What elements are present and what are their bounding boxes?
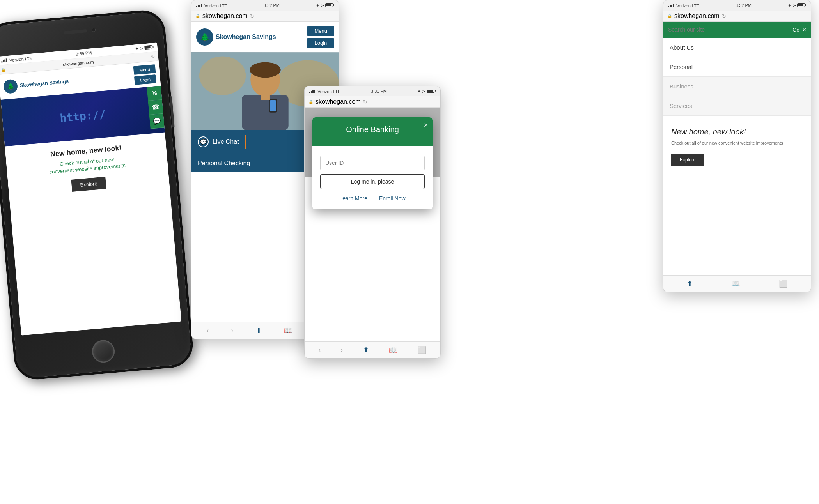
lock-icon-main: 🔒 — [1, 67, 6, 72]
urlbar-center[interactable]: 🔒 skowhegan.com ↻ — [191, 11, 339, 22]
share-icon-modal[interactable]: ⬆ — [363, 346, 369, 354]
logo-main: 🌲 Skowhegan Savings — [3, 74, 69, 94]
chat-button-main[interactable]: 💬 — [149, 114, 165, 129]
bookmarks-icon-right[interactable]: 📖 — [731, 279, 740, 288]
forward-icon-center[interactable]: › — [231, 327, 233, 334]
modal-links: Learn More Enroll Now — [320, 195, 425, 202]
explore-button-main[interactable]: Explore — [71, 177, 106, 192]
power-button — [170, 96, 175, 127]
svg-rect-8 — [261, 94, 270, 100]
signal-icon-modal — [309, 88, 315, 93]
right-content: New home, new look! Check out all of our… — [663, 116, 811, 177]
battery-main: ✦ ≻ — [135, 45, 154, 51]
battery-right: ✦ ≻ — [788, 3, 806, 8]
forward-icon-modal[interactable]: › — [341, 347, 343, 354]
logo-circle-main: 🌲 — [3, 79, 18, 94]
online-banking-modal: Online Banking × Log me in, please Learn… — [312, 117, 433, 209]
statusbar-right: Verizon LTE 3:32 PM ✦ ≻ — [663, 0, 811, 11]
time-modal: 3:31 PM — [371, 89, 387, 94]
main-phone-screen: Verizon LTE 2:55 PM ✦ ≻ 🔒 skowhegan.com … — [0, 42, 181, 335]
battery-icon-modal — [427, 89, 436, 93]
menu-item-services[interactable]: Services — [663, 96, 811, 116]
right-phone: Verizon LTE 3:32 PM ✦ ≻ 🔒 skowhegan.com … — [663, 0, 811, 292]
main-phone: Verizon LTE 2:55 PM ✦ ≻ 🔒 skowhegan.com … — [0, 9, 195, 382]
battery-icon-center — [325, 3, 334, 7]
nav-buttons-main: Menu Login — [133, 64, 157, 85]
toolbar-modal: ‹ › ⬆ 📖 ⬜ — [305, 341, 440, 358]
carrier-center: Verizon LTE — [196, 3, 227, 8]
modal-title: Online Banking — [320, 125, 425, 134]
reload-icon-center[interactable]: ↻ — [250, 13, 254, 19]
menu-item-business[interactable]: Business — [663, 77, 811, 96]
svg-point-2 — [199, 56, 246, 95]
chat-icon: 💬 — [198, 136, 209, 147]
time-main: 2:55 PM — [76, 50, 92, 57]
phone-shell-modal: Verizon LTE 3:31 PM ✦ ≻ 🔒 skowhegan.com … — [304, 86, 441, 359]
svg-rect-7 — [270, 100, 276, 111]
urlbar-modal[interactable]: 🔒 skowhegan.com ↻ — [305, 96, 440, 108]
learn-more-link[interactable]: Learn More — [339, 195, 367, 202]
user-id-input[interactable] — [320, 156, 425, 170]
lock-icon-center: 🔒 — [195, 14, 200, 18]
login-submit-button[interactable]: Log me in, please — [320, 174, 425, 189]
url-center: skowhegan.com — [202, 12, 248, 19]
logo-center: 🌲 Skowhegan Savings — [196, 28, 276, 46]
menu-button-center[interactable]: Menu — [307, 26, 334, 36]
time-right: 3:32 PM — [736, 3, 752, 8]
modal-header: Online Banking × — [312, 117, 433, 146]
login-button-center[interactable]: Login — [307, 38, 334, 48]
statusbar-center: Verizon LTE 3:32 PM ✦ ≻ — [191, 0, 339, 11]
phone-shell-right: Verizon LTE 3:32 PM ✦ ≻ 🔒 skowhegan.com … — [663, 0, 811, 292]
hero-text-main: http:// — [59, 108, 106, 124]
right-headline: New home, new look! — [671, 127, 803, 136]
rates-button-main[interactable]: % — [147, 86, 162, 101]
login-button-main[interactable]: Login — [134, 74, 156, 85]
tabs-icon-modal[interactable]: ⬜ — [418, 346, 426, 354]
carrier-right: Verizon LTE — [668, 3, 699, 8]
share-icon-right[interactable]: ⬆ — [687, 279, 693, 288]
phone-button-main[interactable]: ☎ — [148, 100, 163, 115]
livechat-label: Live Chat — [213, 138, 239, 145]
right-cta-area: Explore — [671, 154, 803, 166]
menu-item-personal[interactable]: Personal — [663, 57, 811, 77]
signal-icon-right — [668, 3, 674, 7]
bookmarks-icon-center[interactable]: 📖 — [284, 326, 292, 335]
svg-rect-5 — [242, 95, 288, 130]
url-modal: skowhegan.com — [316, 98, 361, 105]
reload-icon-main[interactable]: ↻ — [151, 53, 155, 60]
speaker — [64, 29, 87, 34]
search-input-right[interactable] — [668, 26, 789, 34]
back-icon-center[interactable]: ‹ — [207, 327, 209, 334]
modal-body: Log me in, please Learn More Enroll Now — [312, 146, 433, 209]
home-button-main[interactable] — [91, 339, 116, 364]
camera — [92, 28, 96, 32]
modal-close-button[interactable]: × — [424, 121, 428, 129]
urlbar-right[interactable]: 🔒 skowhegan.com ↻ — [663, 11, 811, 22]
statusbar-modal: Verizon LTE 3:31 PM ✦ ≻ — [305, 86, 440, 96]
tabs-icon-right[interactable]: ⬜ — [779, 279, 787, 288]
reload-icon-right[interactable]: ↻ — [722, 13, 726, 19]
enroll-now-link[interactable]: Enroll Now — [379, 195, 406, 202]
reload-icon-modal[interactable]: ↻ — [363, 99, 367, 105]
menu-button-main[interactable]: Menu — [133, 64, 156, 75]
menu-item-about[interactable]: About Us — [663, 38, 811, 57]
logo-circle-center: 🌲 — [196, 28, 213, 46]
signal-icon — [1, 57, 7, 62]
phone-shell-main: Verizon LTE 2:55 PM ✦ ≻ 🔒 skowhegan.com … — [0, 9, 195, 382]
right-subtext: Check out all of our new convenient webs… — [671, 140, 803, 146]
logo-text-main: Skowhegan Savings — [20, 78, 69, 88]
toolbar-right: ⬆ 📖 ⬜ — [663, 275, 811, 292]
explore-button-right[interactable]: Explore — [671, 154, 704, 166]
back-icon-modal[interactable]: ‹ — [319, 347, 321, 354]
checking-label: Personal Checking — [198, 160, 250, 166]
carrier-main: Verizon LTE — [1, 55, 32, 63]
modal-phone: Verizon LTE 3:31 PM ✦ ≻ 🔒 skowhegan.com … — [304, 86, 441, 359]
lock-icon-right: 🔒 — [667, 14, 672, 18]
bookmarks-icon-modal[interactable]: 📖 — [389, 346, 397, 354]
search-bar: Go × — [663, 22, 811, 38]
battery-icon — [144, 45, 154, 50]
search-close-button[interactable]: × — [803, 27, 806, 34]
time-center: 3:32 PM — [264, 3, 280, 8]
go-button[interactable]: Go — [792, 27, 799, 33]
share-icon-center[interactable]: ⬆ — [256, 326, 262, 335]
